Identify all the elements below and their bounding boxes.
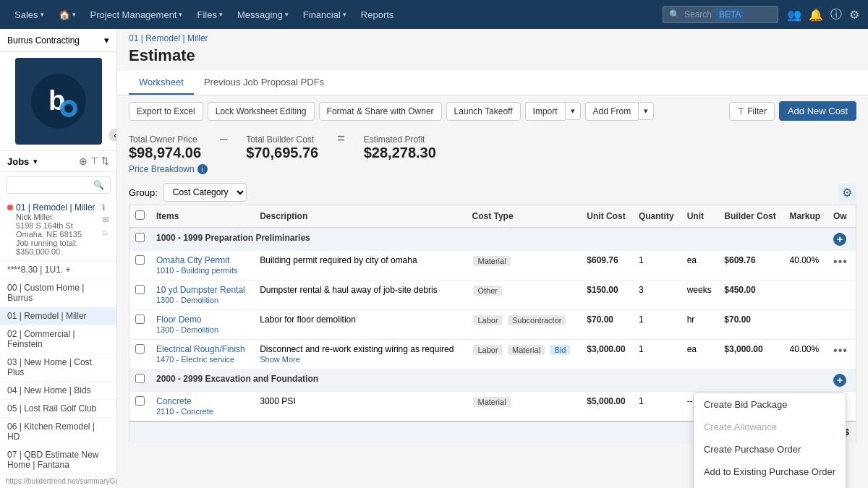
active-job-item[interactable]: 01 | Remodel | Miller Nick Miller 5198 S… (0, 198, 116, 261)
location-icon[interactable]: ⌂ (102, 227, 109, 237)
row-checkbox[interactable] (135, 344, 145, 354)
item-name-link[interactable]: Concrete (156, 396, 248, 406)
list-item[interactable]: 03 | New Home | Cost Plus (0, 354, 116, 382)
sidebar-url: https://buildertrend.net/summaryGrid.asp… (0, 474, 116, 488)
tab-worksheet[interactable]: Worksheet (129, 71, 194, 95)
import-dropdown-button[interactable]: ▾ (565, 102, 581, 120)
breadcrumb-link[interactable]: 01 | Remodel | Miller (129, 33, 208, 43)
help-icon[interactable]: ⓘ (830, 7, 842, 22)
unit: ea (681, 251, 719, 281)
quantity: 1 (633, 310, 681, 340)
unit: ea (681, 340, 719, 369)
add-to-group-button[interactable]: + (833, 374, 846, 387)
list-item[interactable]: 02 | Commercial | Feinstein (0, 325, 116, 354)
job-code-item[interactable]: ****8.30 | 1U1. + (0, 261, 116, 279)
row-checkbox[interactable] (135, 314, 145, 324)
dash-separator: – (220, 131, 227, 146)
export-excel-button[interactable]: Export to Excel (129, 102, 203, 121)
nav-home[interactable]: 🏠 ▾ (53, 7, 82, 23)
group-select[interactable]: Cost Category (163, 183, 247, 202)
filter-icon: ⊤ (737, 106, 744, 116)
list-item[interactable]: 05 | Lost Rail Golf Club (0, 400, 116, 418)
sidebar-toggle[interactable]: ‹ (109, 129, 117, 142)
row-actions-button[interactable]: ••• (833, 344, 848, 356)
list-item[interactable]: 04 | New Home | Bids (0, 382, 116, 400)
nav-reports[interactable]: Reports (355, 7, 400, 23)
unit: weeks (681, 281, 719, 310)
filter-button[interactable]: ⊤ Filter (729, 102, 775, 121)
nav-sales[interactable]: Sales ▾ (9, 7, 50, 23)
chevron-down-icon: ▾ (104, 35, 109, 46)
svg-point-3 (64, 104, 73, 113)
import-split-button: Import ▾ (525, 102, 581, 121)
list-item-active[interactable]: 01 | Remodel | Miller (0, 307, 116, 325)
info-icon[interactable]: ℹ (102, 202, 109, 213)
row-checkbox[interactable] (135, 285, 145, 294)
context-menu-create-allowance[interactable]: Create Allowance (694, 416, 846, 438)
group-checkbox[interactable] (135, 374, 145, 383)
import-button[interactable]: Import (525, 102, 565, 121)
show-more-link[interactable]: Show More (260, 355, 300, 364)
sort-icon[interactable]: ⇅ (101, 155, 109, 167)
nav-messaging[interactable]: Messaging ▾ (231, 7, 294, 23)
row-checkbox[interactable] (135, 396, 145, 406)
owner-price-section: Total Owner Price $98,974.06 (129, 134, 201, 161)
lock-worksheet-button[interactable]: Lock Worksheet Editing (208, 102, 315, 121)
company-selector[interactable]: Burrus Contracting ▾ (0, 29, 116, 52)
launch-takeoff-button[interactable]: Launch Takeoff (446, 102, 521, 121)
item-name-link[interactable]: Floor Demo (156, 314, 248, 325)
item-name-link[interactable]: 10 yd Dumpster Rental (156, 285, 248, 295)
beta-badge: BETA (716, 9, 744, 20)
unit-cost: $609.76 (581, 251, 633, 281)
job-search-input[interactable] (12, 180, 90, 190)
add-job-icon[interactable]: ⊕ (79, 155, 88, 167)
settings-icon[interactable]: ⚙ (849, 8, 859, 22)
builder-cost-value: $70,695.76 (246, 145, 318, 160)
price-breakdown-link[interactable]: Price Breakdown i (117, 164, 868, 180)
search-box[interactable]: 🔍 Search BETA (663, 6, 778, 23)
bell-icon[interactable]: 🔔 (809, 8, 823, 22)
item-name-link[interactable]: Omaha City Permit (156, 255, 248, 265)
list-item[interactable]: 00 | Custom Home | Burrus (0, 279, 116, 307)
markup: 40.00% (783, 251, 827, 281)
company-name: Burrus Contracting (7, 35, 80, 46)
row-checkbox[interactable] (135, 255, 145, 265)
item-sub-label: 2110 - Concrete (156, 407, 213, 416)
add-new-cost-button[interactable]: Add New Cost (779, 101, 856, 121)
builder-cost: $609.76 (718, 251, 783, 281)
context-menu-create-bid-package[interactable]: Create Bid Package (694, 393, 846, 416)
format-share-button[interactable]: Format & Share with Owner (319, 102, 442, 121)
add-from-dropdown-button[interactable]: ▾ (638, 102, 654, 120)
estimate-table-wrap: Items Description Cost Type Unit Cost Qu… (117, 205, 868, 488)
list-item[interactable]: 06 | Kitchen Remodel | HD (0, 418, 116, 446)
context-menu-add-existing-po[interactable]: Add to Existing Purchase Order (694, 461, 846, 483)
table-row: Electrical Rough/Finish 1470 - Electric … (129, 340, 856, 369)
select-all-checkbox[interactable] (135, 210, 145, 220)
col-description: Description (254, 205, 466, 228)
list-item[interactable]: 07 | QBD Estimate New Home | Fantana (0, 446, 116, 474)
item-name-link[interactable]: Electrical Rough/Finish (156, 344, 248, 354)
group-checkbox[interactable] (135, 233, 145, 242)
job-search-box[interactable]: 🔍 (6, 176, 111, 194)
context-menu-create-purchase-order[interactable]: Create Purchase Order (694, 438, 846, 461)
group-label: Group: (129, 187, 158, 198)
context-menu-create-invoice[interactable]: Create Invoice (694, 483, 846, 488)
nav-financial[interactable]: Financial ▾ (297, 7, 352, 23)
group-row: 1000 - 1999 Preparation Preliminaries + (129, 228, 856, 251)
builder-cost: $70.00 (718, 310, 783, 340)
row-actions-button[interactable]: ••• (833, 255, 848, 267)
cost-type-badge: Material (473, 397, 510, 407)
nav-project-management[interactable]: Project Management ▾ (85, 7, 189, 23)
search-icon: 🔍 (669, 9, 680, 20)
cost-type-badge: Material (473, 256, 510, 266)
group-row: 2000 - 2999 Excavation and Foundation + (129, 369, 856, 392)
unit-cost: $70.00 (581, 310, 633, 340)
add-from-button[interactable]: Add From (585, 102, 639, 121)
add-to-group-button[interactable]: + (833, 233, 846, 246)
email-icon[interactable]: ✉ (102, 215, 109, 225)
nav-files[interactable]: Files ▾ (191, 7, 228, 23)
filter-icon[interactable]: ⊤ (90, 155, 98, 167)
tab-previous-proposals[interactable]: Previous Job Proposal PDFs (194, 71, 334, 95)
table-settings-button[interactable]: ⚙ (838, 184, 856, 202)
people-icon[interactable]: 👥 (787, 8, 801, 22)
